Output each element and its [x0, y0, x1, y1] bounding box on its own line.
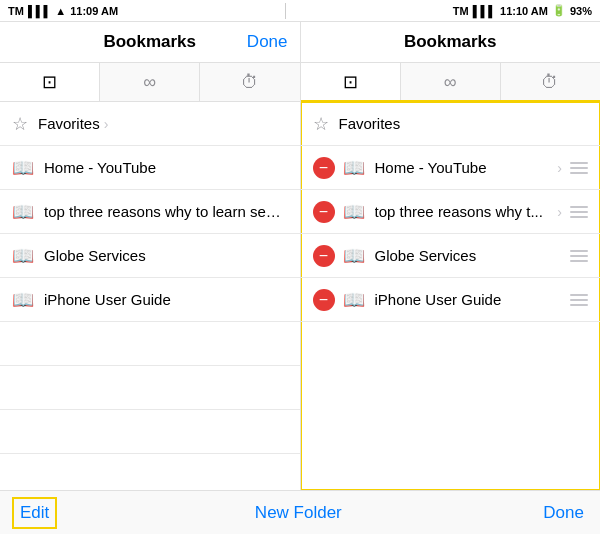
star-icon: ☆: [12, 113, 28, 135]
bookmark-label: iPhone User Guide: [375, 291, 563, 308]
bookmarks-tab-icon: ⊡: [343, 71, 358, 93]
bookmark-icon: 📖: [12, 157, 34, 179]
list-item[interactable]: 📖 Home - YouTube ›: [301, 146, 601, 190]
list-item[interactable]: 📖 top three reasons why to learn secon..…: [0, 190, 300, 234]
list-item[interactable]: 📖 Home - YouTube: [0, 146, 300, 190]
bookmark-icon: 📖: [343, 201, 365, 223]
right-panel-title: Bookmarks: [404, 32, 497, 52]
drag-handle[interactable]: [562, 294, 588, 306]
delete-button[interactable]: [313, 289, 335, 311]
bookmark-icon: 📖: [343, 245, 365, 267]
left-carrier: TM: [8, 5, 24, 17]
right-time: 11:10 AM: [500, 5, 548, 17]
right-panel: Bookmarks ⊡ ∞ ⏱ ☆ Favorites 📖 Home -: [301, 22, 601, 490]
list-item[interactable]: 📖 top three reasons why t... ›: [301, 190, 601, 234]
list-item[interactable]: ☆ Favorites: [301, 102, 601, 146]
panels-container: Bookmarks Done ⊡ ∞ ⏱ ☆ Favorites › 📖: [0, 22, 600, 490]
left-tab-history[interactable]: ⏱: [200, 63, 299, 101]
favorites-label: Favorites: [339, 115, 401, 132]
delete-button[interactable]: [313, 201, 335, 223]
battery-icon: 🔋: [552, 4, 566, 17]
left-panel-header: Bookmarks Done: [0, 22, 300, 63]
new-folder-button[interactable]: New Folder: [255, 503, 342, 523]
empty-row: [0, 410, 300, 454]
bottom-toolbar: Edit New Folder Done: [0, 490, 600, 534]
bookmark-icon: 📖: [343, 289, 365, 311]
signal-icon-right: ▌▌▌: [473, 5, 496, 17]
chevron-right-icon: ›: [104, 116, 109, 132]
delete-button[interactable]: [313, 245, 335, 267]
bookmark-label: top three reasons why t...: [375, 203, 554, 220]
list-item[interactable]: 📖 iPhone User Guide: [301, 278, 601, 322]
reading-tab-icon: ∞: [143, 72, 156, 93]
list-item[interactable]: 📖 Globe Services: [301, 234, 601, 278]
bookmark-label: top three reasons why to learn secon...: [44, 203, 288, 220]
empty-row: [0, 322, 300, 366]
battery-percent: 93%: [570, 5, 592, 17]
drag-handle[interactable]: [562, 206, 588, 218]
bookmark-label: Home - YouTube: [44, 159, 288, 176]
bookmark-label: iPhone User Guide: [44, 291, 288, 308]
right-tab-history[interactable]: ⏱: [501, 63, 600, 101]
right-tab-bar: ⊡ ∞ ⏱: [301, 63, 601, 102]
left-time: 11:09 AM: [70, 5, 118, 17]
right-tab-reading[interactable]: ∞: [401, 63, 501, 101]
history-tab-icon: ⏱: [541, 72, 559, 93]
bookmark-icon: 📖: [12, 289, 34, 311]
edit-button[interactable]: Edit: [16, 501, 53, 525]
status-bar: TM ▌▌▌ ▲ 11:09 AM TM ▌▌▌ 11:10 AM 🔋 93%: [0, 0, 600, 22]
wifi-icon: ▲: [55, 5, 66, 17]
left-panel: Bookmarks Done ⊡ ∞ ⏱ ☆ Favorites › 📖: [0, 22, 301, 490]
left-tab-bookmarks[interactable]: ⊡: [0, 63, 100, 101]
right-carrier: TM: [453, 5, 469, 17]
left-tab-reading[interactable]: ∞: [100, 63, 200, 101]
left-bookmark-list: ☆ Favorites › 📖 Home - YouTube 📖 top thr…: [0, 102, 300, 490]
list-item[interactable]: ☆ Favorites ›: [0, 102, 300, 146]
history-tab-icon: ⏱: [241, 72, 259, 93]
status-divider: [285, 3, 286, 19]
bookmark-icon: 📖: [12, 245, 34, 267]
empty-row: [0, 454, 300, 490]
list-item[interactable]: 📖 iPhone User Guide: [0, 278, 300, 322]
right-tab-bookmarks[interactable]: ⊡: [301, 63, 401, 101]
bookmark-label: Globe Services: [375, 247, 563, 264]
empty-row: [0, 366, 300, 410]
bookmark-label: Home - YouTube: [375, 159, 554, 176]
signal-icon: ▌▌▌: [28, 5, 51, 17]
delete-button[interactable]: [313, 157, 335, 179]
bookmark-label: Globe Services: [44, 247, 288, 264]
left-tab-bar: ⊡ ∞ ⏱: [0, 63, 300, 102]
left-panel-title: Bookmarks: [103, 32, 196, 52]
star-icon: ☆: [313, 113, 329, 135]
list-item[interactable]: 📖 Globe Services: [0, 234, 300, 278]
right-bookmark-list: ☆ Favorites 📖 Home - YouTube › 📖 top thr…: [301, 102, 601, 490]
bookmark-icon: 📖: [343, 157, 365, 179]
toolbar-done-button[interactable]: Done: [543, 503, 584, 523]
bookmark-icon: 📖: [12, 201, 34, 223]
reading-tab-icon: ∞: [444, 72, 457, 93]
left-done-button[interactable]: Done: [247, 32, 288, 52]
favorites-label: Favorites: [38, 115, 100, 132]
bookmarks-tab-icon: ⊡: [42, 71, 57, 93]
right-panel-header: Bookmarks: [301, 22, 601, 63]
drag-handle[interactable]: [562, 162, 588, 174]
drag-handle[interactable]: [562, 250, 588, 262]
